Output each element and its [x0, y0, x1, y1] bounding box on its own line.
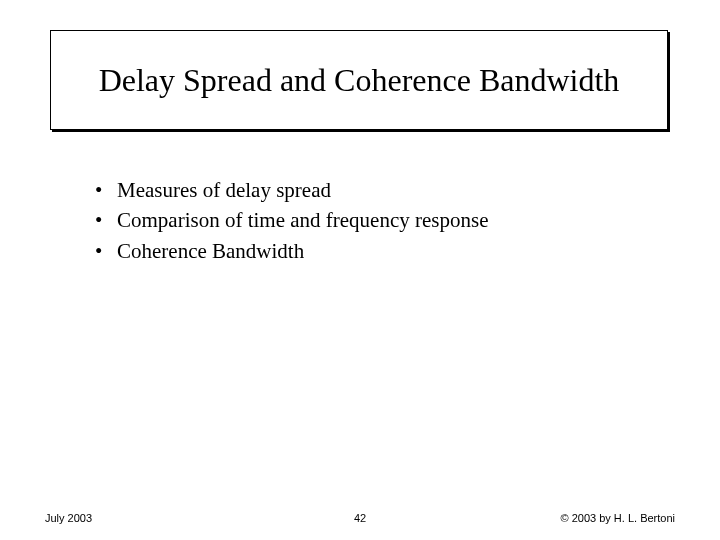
list-item: • Measures of delay spread — [95, 175, 488, 205]
title-box: Delay Spread and Coherence Bandwidth — [50, 30, 668, 130]
slide-title: Delay Spread and Coherence Bandwidth — [99, 60, 620, 100]
list-item: • Coherence Bandwidth — [95, 236, 488, 266]
footer-copyright: © 2003 by H. L. Bertoni — [560, 512, 675, 524]
bullet-icon: • — [95, 175, 117, 205]
bullet-icon: • — [95, 236, 117, 266]
bullet-text: Measures of delay spread — [117, 175, 331, 205]
bullet-list: • Measures of delay spread • Comparison … — [95, 175, 488, 266]
bullet-icon: • — [95, 205, 117, 235]
list-item: • Comparison of time and frequency respo… — [95, 205, 488, 235]
bullet-text: Comparison of time and frequency respons… — [117, 205, 488, 235]
bullet-text: Coherence Bandwidth — [117, 236, 304, 266]
